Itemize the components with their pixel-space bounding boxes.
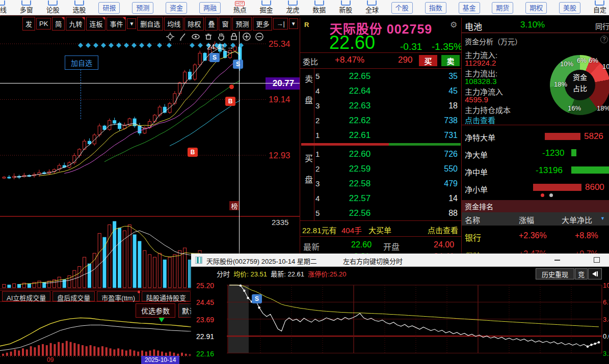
events-button[interactable]: 事件 xyxy=(107,17,126,31)
help-icon[interactable]: ? xyxy=(600,36,608,43)
toolbar-item-global[interactable]: 全球 xyxy=(365,1,379,13)
publish-button[interactable]: 发 xyxy=(22,17,35,31)
toolbar-item-fund[interactable]: 基金 xyxy=(459,2,480,14)
window-button[interactable]: 窗 xyxy=(219,17,231,31)
ask-row[interactable]: 122.61731 xyxy=(315,128,460,143)
history-replay-button[interactable]: 历史重现 xyxy=(536,268,574,279)
minimize-button[interactable] xyxy=(548,254,566,266)
toolbar-item-data[interactable]: 数据 xyxy=(312,1,326,13)
tab-ai-volume[interactable]: AI立桩成交量 xyxy=(2,291,50,301)
buy-button[interactable]: 买 xyxy=(419,55,437,66)
donut-label: 6% xyxy=(589,57,598,64)
net-small-order-bar xyxy=(533,184,581,191)
simple-button[interactable]: 简 xyxy=(52,17,65,31)
lock-icon[interactable] xyxy=(229,32,239,41)
trash-icon[interactable] xyxy=(204,32,213,41)
toolbar-label: 画线 xyxy=(0,7,7,13)
tab-northbound-holdings[interactable]: 陆股通持股变 xyxy=(142,291,191,301)
ma-button[interactable]: 均线 xyxy=(164,17,183,31)
toolbar-label: 全球 xyxy=(365,7,379,13)
limit-streak-button[interactable]: 连板 xyxy=(86,17,105,31)
popup-titlebar[interactable]: 天际股份(002759) 2025-10-14 星期二 左右方向键切换分时 ✕ xyxy=(191,254,609,267)
open-value: 24.00 xyxy=(434,240,454,249)
sector-name[interactable]: 电池 xyxy=(465,20,482,33)
toolbar-item-multiwindow[interactable]: 多窗 xyxy=(19,1,34,13)
bid-row[interactable]: 322.58479 xyxy=(315,176,460,191)
events-dropdown-icon[interactable]: ▼ xyxy=(127,18,136,29)
nine-turn-button[interactable]: 九转 xyxy=(66,17,85,31)
bid-row[interactable]: 122.60726 xyxy=(315,147,460,161)
toolbar-item-research[interactable]: 研报 xyxy=(98,2,120,14)
auction-button[interactable]: 竞 xyxy=(575,268,588,279)
toolbar-label: 两融 xyxy=(203,5,217,11)
toolbar-item-index[interactable]: 指数 xyxy=(425,2,446,14)
ask-row[interactable]: 522.6535 xyxy=(315,69,460,83)
remove-watchlist-button[interactable]: 删自选 xyxy=(137,17,163,31)
toolbar-item-forecast[interactable]: 预测 xyxy=(132,2,153,14)
exright-button[interactable]: 除权 xyxy=(184,17,204,31)
toolbar-item-margin[interactable]: 两融 xyxy=(199,2,221,14)
toolbar-item-dragon-tiger[interactable]: 龙虎 xyxy=(285,1,300,13)
overlay-button[interactable]: 叠 xyxy=(205,17,218,31)
toolbar-item-funds[interactable]: 资金 xyxy=(166,2,187,14)
close-button[interactable]: ✕ xyxy=(605,254,609,266)
eye-icon[interactable] xyxy=(191,32,200,41)
big-order-alert[interactable]: 22.81元有 404手 大买单 点击查看 xyxy=(300,222,462,237)
page-dot-active[interactable] xyxy=(541,193,544,197)
col-change[interactable]: 涨幅 xyxy=(519,214,534,225)
rank-row[interactable]: 保险 +2.47% +0.7% xyxy=(462,247,609,254)
bid-row[interactable]: 522.5688 xyxy=(315,206,460,220)
tab-pe-ttm[interactable]: 市盈率(ttm) xyxy=(97,291,140,301)
hand-icon[interactable] xyxy=(217,32,226,41)
more-button[interactable]: 更多 xyxy=(253,17,272,31)
toolbar-dropdown-icon[interactable]: ▼ xyxy=(289,18,298,29)
col-name[interactable]: 名称 xyxy=(465,214,480,225)
bid-side-label: 买盘 xyxy=(302,154,312,197)
toolbar-item-us-stocks[interactable]: 美股 xyxy=(559,2,580,14)
toolbar-item-drawline[interactable]: 画线 xyxy=(0,1,7,13)
toolbar-item-forum[interactable]: 论股 xyxy=(46,1,60,13)
view-details-link[interactable]: 点击查看 xyxy=(465,115,495,125)
peer-link[interactable]: 同行 xyxy=(595,21,609,31)
gear-icon[interactable] xyxy=(166,32,175,41)
toolbar-item-custom[interactable]: 自定 xyxy=(593,1,607,13)
view-link[interactable]: 点击查看 xyxy=(428,225,458,235)
sell-button[interactable]: 卖 xyxy=(441,55,460,66)
maximize-button[interactable] xyxy=(588,254,606,266)
bid-row[interactable]: 422.5714 xyxy=(315,191,460,206)
toolbar-item-hotspot[interactable]: HOT热点 xyxy=(233,1,247,13)
fund-rank-title: 资金排名 xyxy=(462,200,609,212)
toolbar-item-ipo[interactable]: 新股 xyxy=(338,1,353,13)
zoom-out-icon[interactable] xyxy=(255,32,264,41)
preferred-params-button[interactable]: 优选参数 xyxy=(136,303,175,318)
rank-row[interactable]: 银行 +2.36% +8.8% xyxy=(462,229,609,244)
toolbar-item-goldmine[interactable]: 掘金 xyxy=(259,1,274,13)
ask-row[interactable]: 422.6445 xyxy=(315,83,460,98)
forecast-button[interactable]: 预测 xyxy=(232,17,252,31)
tab-afterhours-volume[interactable]: 盘后成交量 xyxy=(52,291,95,301)
toolbar-item-stocks[interactable]: 个股 xyxy=(391,2,413,14)
pk-button[interactable]: PK xyxy=(36,18,51,30)
skip-forward-icon[interactable]: →| xyxy=(273,18,287,30)
skip-to-start-icon[interactable] xyxy=(588,268,602,279)
ask-row[interactable]: 222.62738 xyxy=(315,113,460,128)
weibi-label: 委比 xyxy=(303,56,318,67)
pencil-icon[interactable] xyxy=(178,32,188,41)
rank-list-badge[interactable]: 榜 xyxy=(229,201,240,210)
toolbar-item-options[interactable]: 期权 xyxy=(525,2,547,14)
ask-row[interactable]: 322.6318 xyxy=(315,98,460,113)
chart-toolbar: 发 PK 简 九转 连板 事件 ▼ 删自选 均线 除权 叠 窗 预测 更多 →|… xyxy=(0,15,300,32)
zoom-in-icon[interactable] xyxy=(242,32,251,41)
y-axis-right-label: 3.2 xyxy=(603,350,609,357)
axis-month-label: 09 xyxy=(47,356,54,363)
gear-icon[interactable]: ⚙ xyxy=(450,20,457,30)
col-big-order-ratio[interactable]: 大单净比 xyxy=(562,214,592,225)
bid-row[interactable]: 222.59550 xyxy=(315,161,460,176)
indicator-tabs: AI立桩成交量 盘后成交量 市盈率(ttm) 陆股通持股变 xyxy=(0,290,219,302)
kline-chart[interactable] xyxy=(0,32,300,216)
toolbar-item-futures[interactable]: 期货 xyxy=(492,2,513,14)
add-watchlist-button[interactable]: 加自选 xyxy=(65,55,98,70)
page-dot[interactable] xyxy=(549,193,553,197)
intraday-chart[interactable] xyxy=(191,267,609,364)
toolbar-item-screener[interactable]: 选股 xyxy=(72,1,87,13)
